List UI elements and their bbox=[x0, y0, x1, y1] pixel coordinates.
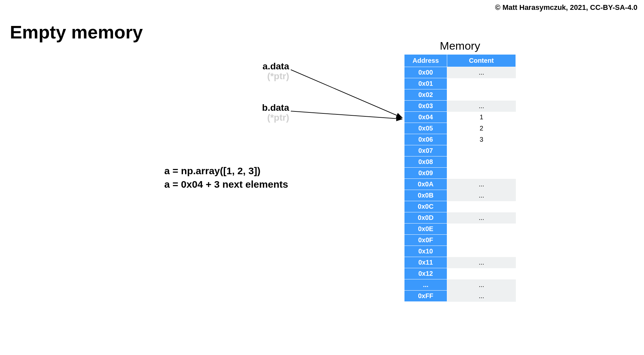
memory-cell-content bbox=[447, 78, 516, 89]
memory-cell-content bbox=[447, 201, 516, 212]
code-line-1: a = np.array([1, 2, 3]) bbox=[164, 164, 288, 178]
memory-cell-content: ... bbox=[447, 67, 516, 78]
memory-cell-address: 0x0A bbox=[404, 179, 447, 190]
pointer-b-label: b.data bbox=[233, 103, 289, 113]
arrow-a-to-memory bbox=[291, 70, 402, 118]
pointer-a-label: a.data bbox=[233, 61, 289, 72]
memory-cell-address: 0xFF bbox=[404, 291, 447, 302]
memory-row: 0x12 bbox=[404, 268, 516, 279]
memory-cell-content: ... bbox=[447, 101, 516, 112]
memory-row: 0x0A... bbox=[404, 179, 516, 190]
memory-row: 0x052 bbox=[404, 123, 516, 134]
memory-cell-content: 3 bbox=[447, 134, 516, 145]
memory-cell-content bbox=[447, 156, 516, 168]
diagram-page: © Matt Harasymczuk, 2021, CC-BY-SA-4.0 E… bbox=[0, 0, 644, 355]
memory-cell-address: 0x01 bbox=[404, 78, 447, 89]
memory-row: 0x00... bbox=[404, 67, 516, 78]
memory-cell-address: 0x12 bbox=[404, 268, 447, 279]
memory-table: Address Content 0x00...0x010x020x03...0x… bbox=[404, 54, 516, 302]
memory-row: 0x01 bbox=[404, 78, 516, 89]
memory-cell-address: 0x10 bbox=[404, 246, 447, 257]
pointer-b-block: b.data (*ptr) bbox=[233, 103, 289, 123]
memory-title: Memory bbox=[404, 39, 516, 52]
memory-row: 0x0E bbox=[404, 224, 516, 235]
arrow-b-to-memory bbox=[291, 111, 402, 119]
memory-table-header-row: Address Content bbox=[404, 55, 516, 67]
memory-cell-address: 0x11 bbox=[404, 257, 447, 268]
memory-row: 0x0B... bbox=[404, 190, 516, 201]
memory-cell-content: ... bbox=[447, 190, 516, 201]
memory-cell-address: 0x07 bbox=[404, 145, 447, 156]
pointer-b-sub: (*ptr) bbox=[233, 112, 289, 123]
memory-row: 0x08 bbox=[404, 156, 516, 168]
memory-row: 0x02 bbox=[404, 89, 516, 101]
memory-row: ...... bbox=[404, 279, 516, 291]
memory-cell-content bbox=[447, 168, 516, 179]
memory-cell-content bbox=[447, 145, 516, 156]
memory-cell-content: 2 bbox=[447, 123, 516, 134]
memory-cell-content bbox=[447, 268, 516, 279]
memory-row: 0x041 bbox=[404, 112, 516, 123]
memory-row: 0x0C bbox=[404, 201, 516, 212]
memory-cell-address: 0x02 bbox=[404, 89, 447, 101]
memory-cell-content: ... bbox=[447, 279, 516, 291]
code-block: a = np.array([1, 2, 3]) a = 0x04 + 3 nex… bbox=[164, 164, 288, 191]
memory-cell-address: 0x0E bbox=[404, 224, 447, 235]
memory-cell-address: 0x06 bbox=[404, 134, 447, 145]
code-line-2: a = 0x04 + 3 next elements bbox=[164, 178, 288, 191]
memory-cell-content: 1 bbox=[447, 112, 516, 123]
arrow-overlay bbox=[0, 0, 644, 355]
memory-cell-address: 0x09 bbox=[404, 168, 447, 179]
memory-row: 0x10 bbox=[404, 246, 516, 257]
memory-row: 0x03... bbox=[404, 101, 516, 112]
memory-row: 0x07 bbox=[404, 145, 516, 156]
memory-cell-content: ... bbox=[447, 291, 516, 302]
memory-cell-address: 0x0C bbox=[404, 201, 447, 212]
memory-cell-content: ... bbox=[447, 212, 516, 224]
memory-cell-content: ... bbox=[447, 257, 516, 268]
memory-header-content: Content bbox=[447, 55, 516, 67]
memory-row: 0x0F bbox=[404, 235, 516, 246]
memory-row: 0x11... bbox=[404, 257, 516, 268]
memory-cell-content bbox=[447, 89, 516, 101]
memory-cell-content bbox=[447, 246, 516, 257]
memory-row: 0x0D... bbox=[404, 212, 516, 224]
memory-cell-address: 0x05 bbox=[404, 123, 447, 134]
memory-cell-address: 0x03 bbox=[404, 101, 447, 112]
memory-row: 0x063 bbox=[404, 134, 516, 145]
memory-cell-address: ... bbox=[404, 279, 447, 291]
copyright-text: © Matt Harasymczuk, 2021, CC-BY-SA-4.0 bbox=[495, 3, 637, 12]
memory-cell-address: 0x08 bbox=[404, 156, 447, 168]
page-title: Empty memory bbox=[10, 21, 143, 43]
memory-cell-content bbox=[447, 235, 516, 246]
memory-cell-address: 0x0D bbox=[404, 212, 447, 224]
memory-row: 0xFF... bbox=[404, 291, 516, 302]
pointer-a-sub: (*ptr) bbox=[233, 71, 289, 82]
pointer-a-block: a.data (*ptr) bbox=[233, 61, 289, 82]
memory-cell-content: ... bbox=[447, 179, 516, 190]
memory-row: 0x09 bbox=[404, 168, 516, 179]
memory-cell-address: 0x0F bbox=[404, 235, 447, 246]
memory-cell-address: 0x0B bbox=[404, 190, 447, 201]
memory-cell-content bbox=[447, 224, 516, 235]
memory-cell-address: 0x04 bbox=[404, 112, 447, 123]
memory-header-address: Address bbox=[404, 55, 447, 67]
memory-cell-address: 0x00 bbox=[404, 67, 447, 78]
